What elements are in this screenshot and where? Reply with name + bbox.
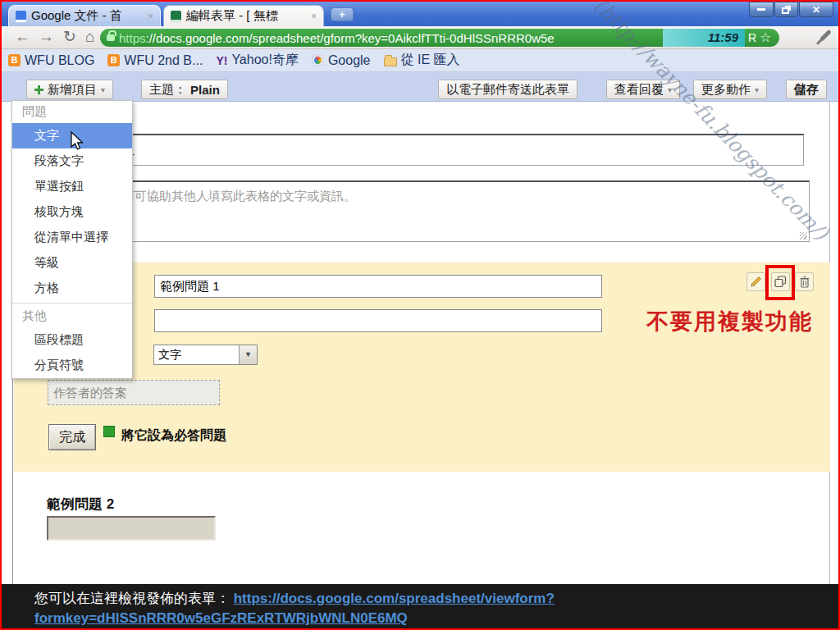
tab-title: 編輯表單 - [ 無標: [186, 8, 278, 24]
url-text: https://docs.google.com/spreadsheet/gfor…: [119, 31, 555, 45]
answer-preview-field: 作答者的答案: [48, 380, 220, 405]
email-form-button[interactable]: 以電子郵件寄送此表單: [438, 80, 578, 99]
menu-item-choose-from-list[interactable]: 從清單中選擇: [12, 225, 132, 250]
delete-question-button[interactable]: [795, 272, 814, 291]
required-label: 將它設為必答問題: [121, 427, 226, 445]
menu-item-grid[interactable]: 方格: [12, 276, 132, 301]
chevron-down-icon: ▾: [668, 85, 672, 94]
edit-question-button[interactable]: [746, 272, 765, 291]
bookmark-ie-import[interactable]: 從 IE 匯入: [384, 52, 460, 69]
mouse-cursor: [71, 131, 85, 151]
folder-icon: [384, 57, 397, 66]
url-rest: ://docs.google.com/spreadsheet/gform?key…: [146, 31, 555, 45]
minimize-button[interactable]: [749, 2, 774, 17]
bookmark-yahoo[interactable]: Y! Yahoo!奇摩: [216, 52, 299, 69]
blogger-icon: B: [107, 54, 120, 66]
question2-label: 範例問題 2: [47, 495, 114, 514]
url-scheme: https: [119, 31, 146, 45]
form-icon: [171, 11, 181, 22]
save-label: 儲存: [794, 82, 819, 98]
menu-item-section-header[interactable]: 區段標題: [12, 327, 132, 353]
google-icon: [312, 54, 324, 66]
menu-item-page-break[interactable]: 分頁符號: [12, 353, 132, 378]
restore-button[interactable]: [774, 2, 798, 17]
ssl-lock-icon: [107, 34, 115, 41]
menu-separator: [12, 303, 132, 304]
reload-icon[interactable]: ↻: [63, 27, 76, 47]
window-controls: ✕: [748, 2, 833, 17]
bookmark-wfu-blog[interactable]: B WFU BLOG: [8, 53, 94, 68]
chevron-down-icon: ▾: [101, 85, 105, 94]
tab-close-icon[interactable]: ×: [306, 11, 317, 22]
bookmark-label: 從 IE 匯入: [401, 52, 460, 69]
add-item-label: 新增項目: [48, 82, 97, 98]
question-type-value: 文字: [154, 345, 239, 364]
bookmark-label: WFU 2nd B...: [124, 53, 203, 68]
required-checkbox[interactable]: [103, 426, 115, 437]
published-form-link-line1[interactable]: https://docs.google.com/spreadsheet/view…: [234, 591, 555, 606]
view-responses-label: 查看回覆: [614, 82, 664, 98]
plus-icon: [34, 85, 43, 94]
pencil-icon: [750, 276, 762, 288]
theme-value: Plain: [190, 83, 220, 97]
home-icon[interactable]: ⌂: [85, 27, 94, 47]
bookmark-label: Yahoo!奇摩: [231, 52, 299, 69]
save-button[interactable]: 儲存: [786, 80, 827, 99]
chevron-down-icon: ▾: [755, 85, 759, 94]
theme-button[interactable]: 主題： Plain: [141, 80, 228, 99]
yahoo-icon: Y!: [216, 54, 227, 66]
done-button[interactable]: 完成: [48, 424, 96, 450]
browser-window: Google 文件 - 首 × 編輯表單 - [ 無標 × + ✕ ← → ↻ …: [0, 0, 840, 630]
form-description-textarea[interactable]: 您可以加入任何可協助其他人填寫此表格的文字或資訊。: [43, 180, 810, 242]
tab-close-icon[interactable]: ×: [143, 11, 153, 22]
published-form-banner: 您可以在這裡檢視發佈的表單： https://docs.google.com/s…: [2, 584, 838, 628]
forward-icon[interactable]: →: [39, 27, 54, 47]
blogger-icon: B: [8, 54, 21, 66]
annotation-highlight-box: [765, 265, 795, 300]
docs-icon: [16, 11, 26, 22]
email-form-label: 以電子郵件寄送此表單: [446, 82, 569, 98]
trash-icon: [799, 276, 810, 288]
menu-item-paragraph-text[interactable]: 段落文字: [12, 148, 132, 174]
select-arrow-icon[interactable]: ▼: [239, 345, 257, 364]
menu-item-multiple-choice[interactable]: 單選按鈕: [12, 174, 132, 199]
wrench-menu-icon[interactable]: [812, 29, 832, 47]
theme-label: 主題：: [149, 82, 186, 98]
menu-item-scale[interactable]: 等級: [12, 250, 132, 276]
tab-edit-form[interactable]: 編輯表單 - [ 無標 ×: [163, 5, 324, 26]
title-bar: Google 文件 - 首 × 編輯表單 - [ 無標 × + ✕: [2, 2, 838, 26]
close-button[interactable]: ✕: [799, 2, 833, 17]
new-tab-button[interactable]: +: [331, 7, 354, 21]
add-item-button[interactable]: 新增項目 ▾: [26, 80, 113, 99]
menu-item-checkboxes[interactable]: 核取方塊: [12, 199, 132, 225]
annotation-text: 不要用複製功能: [646, 307, 837, 336]
url-tail: R: [748, 31, 756, 44]
resize-grip-icon[interactable]: [800, 232, 807, 240]
more-actions-button[interactable]: 更多動作 ▾: [693, 80, 767, 99]
timestamp-overlay: 11:59: [663, 29, 745, 47]
menu-header-other: 其他: [12, 305, 132, 327]
question2-answer-input[interactable]: [47, 516, 216, 541]
more-actions-label: 更多動作: [701, 82, 751, 98]
question-title-input[interactable]: 範例問題 1: [154, 275, 602, 298]
bookmarks-bar: B WFU BLOG B WFU 2nd B... Y! Yahoo!奇摩 Go…: [2, 49, 838, 72]
tab-google-docs[interactable]: Google 文件 - 首 ×: [8, 5, 161, 26]
bookmark-label: Google: [328, 53, 371, 68]
question-help-input[interactable]: [154, 309, 602, 332]
published-form-link-line2[interactable]: formkey=dHlSSnRRR0w5eGFzRExRTWRjbWNLN0E6…: [34, 610, 408, 626]
question-type-select[interactable]: 文字 ▼: [153, 345, 258, 365]
tab-title: Google 文件 - 首: [31, 8, 122, 24]
back-icon[interactable]: ←: [15, 27, 30, 47]
bookmark-star-icon[interactable]: ☆: [760, 30, 771, 45]
view-responses-button[interactable]: 查看回覆 ▾: [606, 80, 680, 99]
bookmark-google[interactable]: Google: [312, 53, 371, 68]
published-form-label: 您可以在這裡檢視發佈的表單：: [34, 591, 230, 606]
menu-header-questions: 問題: [12, 101, 132, 123]
form-title-input[interactable]: 無標題表單: [43, 134, 804, 166]
bookmark-wfu-2nd[interactable]: B WFU 2nd B...: [107, 53, 203, 68]
bookmark-label: WFU BLOG: [25, 53, 94, 68]
